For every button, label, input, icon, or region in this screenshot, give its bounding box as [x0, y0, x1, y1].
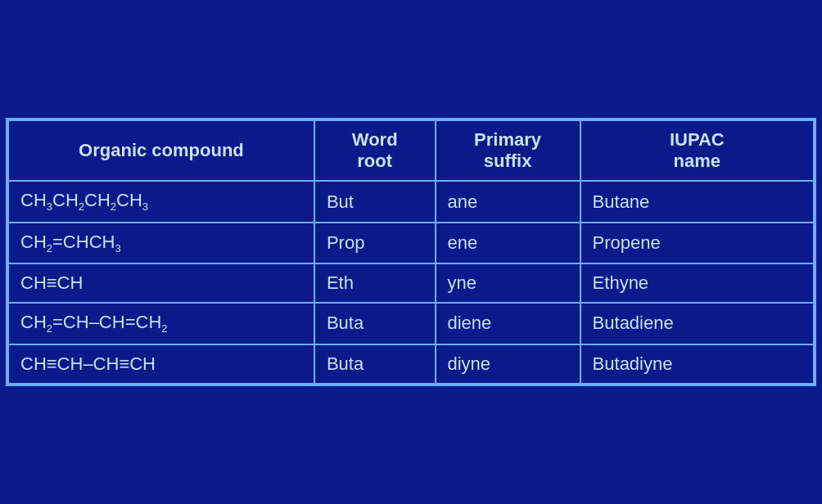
cell-iupac: Butadiyne	[580, 344, 814, 384]
cell-suffix: diyne	[436, 344, 580, 384]
cell-compound: CH≡CH–CH≡CH	[8, 344, 314, 384]
cell-suffix: yne	[436, 263, 580, 303]
table-header-row: Organic compound Wordroot Primarysuffix …	[8, 120, 814, 181]
cell-suffix: ane	[436, 181, 580, 222]
cell-root: Buta	[314, 344, 436, 384]
cell-root: Prop	[314, 223, 436, 263]
header-iupac: IUPACname	[580, 120, 814, 181]
cell-iupac: Butane	[580, 181, 814, 222]
cell-compound: CH2=CHCH3	[8, 223, 314, 263]
table-row: CH≡CH–CH≡CHButadiyneButadiyne	[8, 344, 814, 384]
table-row: CH3CH2CH2CH3ButaneButane	[8, 181, 814, 222]
cell-root: But	[314, 181, 436, 222]
cell-root: Eth	[314, 263, 436, 303]
cell-iupac: Butadiene	[580, 303, 814, 344]
cell-compound: CH≡CH	[8, 263, 314, 303]
main-table-container: Organic compound Wordroot Primarysuffix …	[6, 118, 816, 385]
cell-suffix: diene	[436, 303, 580, 344]
cell-compound: CH2=CH–CH=CH2	[8, 303, 314, 344]
table-row: CH2=CH–CH=CH2ButadieneButadiene	[8, 303, 814, 344]
cell-iupac: Ethyne	[580, 263, 814, 303]
cell-iupac: Propene	[580, 223, 814, 263]
header-compound: Organic compound	[8, 120, 314, 181]
cell-root: Buta	[314, 303, 436, 344]
header-root: Wordroot	[314, 120, 436, 181]
table-row: CH≡CHEthyneEthyne	[8, 263, 814, 303]
cell-suffix: ene	[436, 223, 580, 263]
cell-compound: CH3CH2CH2CH3	[8, 181, 314, 222]
table-row: CH2=CHCH3PropenePropene	[8, 223, 814, 263]
header-suffix: Primarysuffix	[436, 120, 580, 181]
